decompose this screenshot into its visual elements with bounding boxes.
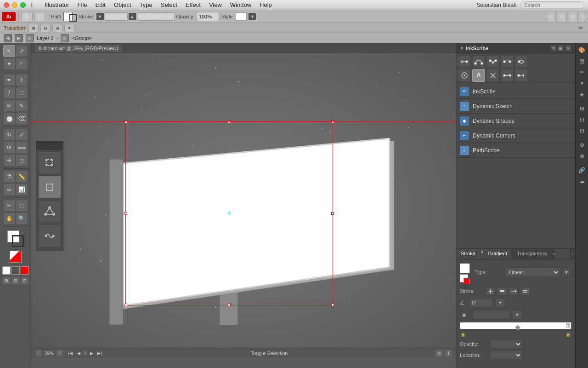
stroke-weight-field[interactable] [105,12,128,21]
gradient-stop-right[interactable]: 🔒 [565,331,571,338]
gradient-stop-left[interactable]: 🔒 [460,331,466,338]
style-swatch[interactable] [236,12,247,21]
menu-effect[interactable]: Effect [182,1,204,9]
layer-icon[interactable]: ⊞ [26,34,34,42]
arrange-button[interactable]: ⊞ [546,12,556,21]
menu-edit[interactable]: Edit [92,1,109,9]
stroke-profile[interactable]: Basic ▼ [138,12,175,21]
transform-icon-3[interactable]: ⊞ [52,24,62,32]
tab-transparency[interactable]: Transparency [512,249,553,259]
gradient-midpoint[interactable] [515,325,520,330]
canvas-tab-item[interactable]: billboard.ai* @ 39% (RGB/Preview) [35,45,122,52]
direct-selection-tool[interactable]: ↗ [16,45,28,57]
location-select[interactable] [490,351,522,360]
canvas-background[interactable]: ✛ ··· [31,53,456,358]
nav-first[interactable]: |◀ [67,350,74,356]
stroke-weight-up[interactable]: ▲ [129,13,136,20]
gray-swatch[interactable] [11,266,20,275]
inkscribe-anchor-tool[interactable] [458,55,471,68]
minimize-button[interactable] [12,2,17,8]
zoom-out-button[interactable]: − [35,350,42,357]
opacity-select[interactable] [490,339,522,349]
chart-tool[interactable]: 📊 [16,184,28,196]
inkscribe-close[interactable]: ⊞ [558,45,564,52]
cc-libraries-icon[interactable]: ☁ [577,176,587,186]
hand-tool[interactable]: ✋ [3,213,15,224]
inkscribe-target-tool[interactable] [458,69,471,82]
paintbrush-tool[interactable]: ✏ [3,100,15,112]
breadcrumb-group[interactable]: <Group> [72,35,91,41]
warp-tool[interactable]: ⟳ [3,142,15,154]
inkscribe-pin[interactable]: × [565,45,571,52]
plugin-dynamic-shapes[interactable]: ◆ Dynamic Shapes [456,114,575,128]
plugin-dynamic-sketch[interactable]: ~ Dynamic Sketch [456,99,575,114]
breadcrumb-layer[interactable]: Layer 2 [37,35,54,41]
graphic-styles-icon[interactable]: ◈ [577,89,587,99]
itp-transform[interactable]: ↔ [38,176,61,199]
swatches-icon[interactable]: ▤ [577,56,587,66]
measure-tool[interactable]: 📏 [16,171,28,183]
rotate-tool[interactable]: ↻ [3,129,15,141]
gradient-options-btn[interactable]: ▼ [563,269,570,276]
inkscribe-corner-tool[interactable] [486,55,499,68]
offset-field[interactable] [473,310,509,319]
forward-button[interactable]: ▶ [15,34,23,42]
eyedropper-tool[interactable]: ⚗ [3,171,15,183]
type-tool[interactable]: T [16,74,28,86]
scale-tool[interactable]: ⤢ [16,129,28,141]
offset-dropdown[interactable]: ▼ [512,310,522,319]
brushes-icon[interactable]: ✏ [577,67,587,77]
inkscribe-remove-tool[interactable] [486,69,499,82]
inkscribe-header[interactable]: ▼ InkScribe ≡ ⊞ × [456,43,575,53]
rect-tool[interactable]: □ [16,87,28,99]
inkscribe-close-tool[interactable] [515,55,528,68]
group-icon[interactable]: ⊞ [61,34,69,42]
transform-icon-2[interactable]: ⊟ [40,24,51,32]
free-transform-tool[interactable]: ⊡ [16,155,28,167]
menu-help[interactable]: Help [256,1,276,9]
canvas-settings[interactable]: ⚙ [435,350,443,357]
plugin-dynamic-corners[interactable]: ⌐ Dynamic Corners [456,128,575,143]
itp-warp[interactable] [38,224,61,247]
pen-tool[interactable]: ✒ [3,74,15,86]
transform-icon-4[interactable]: ✦ [64,24,74,32]
menu-type[interactable]: Type [136,1,156,9]
artboards-icon[interactable]: ⊗ [577,151,587,161]
maximize-button[interactable] [20,2,26,8]
delete-stop-btn[interactable]: 🗑 [565,322,571,328]
nav-prev[interactable]: ◀ [75,350,82,356]
nav-last[interactable]: ▶| [96,350,103,356]
screen-mode-3[interactable]: ⊡ [21,276,29,285]
slice-tool[interactable]: ✂ [3,200,15,212]
panel-options-btn[interactable]: ≫ [577,24,584,32]
menu-illustrator[interactable]: Illustrator [41,1,73,9]
stroke-weight-down[interactable]: ▼ [96,13,104,20]
pencil-tool[interactable]: ✎ [16,100,28,112]
stop-btn-3[interactable] [509,287,519,295]
puppet-tool[interactable]: ✛ [3,155,15,167]
back-button[interactable]: ◀ [4,34,12,42]
menu-view[interactable]: View [205,1,226,9]
close-button[interactable] [4,2,9,8]
stop-btn-1[interactable] [486,287,496,295]
style-dropdown[interactable]: ▼ [249,13,256,20]
inkscribe-arc-tool[interactable] [501,55,514,68]
opacity-field[interactable] [197,12,220,21]
plugin-pathscribe[interactable]: ⟐ PathScribe [456,143,575,158]
inkscribe-pen-active-tool[interactable] [472,69,485,82]
transform-icon-1[interactable]: ⊞ [28,24,39,32]
inkscribe-expand[interactable]: ≡ [550,45,557,52]
itp-selection[interactable] [38,151,61,174]
color-icon[interactable]: 🎨 [577,45,587,55]
tab-stroke[interactable]: Stroke [456,249,481,259]
stop-btn-2[interactable] [497,287,507,295]
symbols-icon[interactable]: ✦ [577,78,587,88]
inkscribe-smooth-tool[interactable] [472,55,485,68]
blob-tool[interactable]: ⬤ [3,113,15,125]
zoom-in-button[interactable]: + [56,350,63,357]
menu-object[interactable]: Object [110,1,135,9]
angle-input[interactable] [469,298,492,307]
stroke-color[interactable] [12,235,24,247]
menu-window[interactable]: Window [226,1,255,9]
links-icon[interactable]: 🔗 [577,165,587,175]
